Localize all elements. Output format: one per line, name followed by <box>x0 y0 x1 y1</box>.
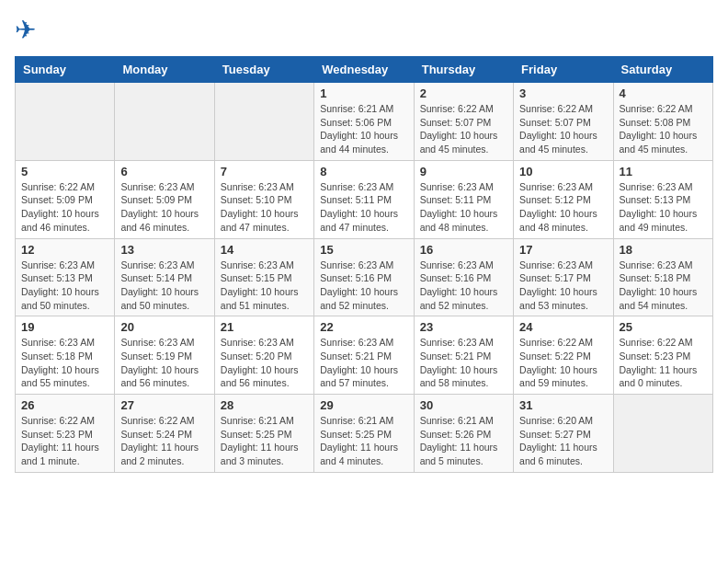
day-number: 9 <box>420 165 507 178</box>
calendar-cell: 6Sunrise: 6:23 AM Sunset: 5:09 PM Daylig… <box>115 160 214 238</box>
calendar-cell: 23Sunrise: 6:23 AM Sunset: 5:21 PM Dayli… <box>414 316 513 395</box>
day-info: Sunrise: 6:23 AM Sunset: 5:13 PM Dayligh… <box>620 180 707 235</box>
day-number: 5 <box>21 165 108 178</box>
day-number: 16 <box>420 243 507 257</box>
calendar-week-4: 19Sunrise: 6:23 AM Sunset: 5:18 PM Dayli… <box>16 316 713 395</box>
calendar-cell: 15Sunrise: 6:23 AM Sunset: 5:16 PM Dayli… <box>314 238 414 316</box>
calendar-cell: 1Sunrise: 6:21 AM Sunset: 5:06 PM Daylig… <box>314 83 414 161</box>
day-number: 11 <box>620 165 707 178</box>
calendar-cell: 2Sunrise: 6:22 AM Sunset: 5:07 PM Daylig… <box>414 83 513 161</box>
page-header: ✈ <box>15 15 713 45</box>
day-info: Sunrise: 6:23 AM Sunset: 5:10 PM Dayligh… <box>221 180 308 235</box>
day-number: 31 <box>519 398 607 412</box>
calendar-cell: 26Sunrise: 6:22 AM Sunset: 5:23 PM Dayli… <box>16 395 115 473</box>
day-info: Sunrise: 6:22 AM Sunset: 5:07 PM Dayligh… <box>420 102 507 156</box>
day-info: Sunrise: 6:23 AM Sunset: 5:19 PM Dayligh… <box>120 336 208 390</box>
day-info: Sunrise: 6:23 AM Sunset: 5:16 PM Dayligh… <box>420 259 507 313</box>
calendar-cell: 12Sunrise: 6:23 AM Sunset: 5:13 PM Dayli… <box>16 238 115 316</box>
day-header-thursday: Thursday <box>414 57 513 83</box>
day-number: 6 <box>120 165 208 178</box>
calendar-cell <box>16 83 115 161</box>
calendar-cell: 8Sunrise: 6:23 AM Sunset: 5:11 PM Daylig… <box>314 160 414 238</box>
calendar-table: SundayMondayTuesdayWednesdayThursdayFrid… <box>15 56 713 473</box>
day-info: Sunrise: 6:22 AM Sunset: 5:23 PM Dayligh… <box>620 336 707 390</box>
day-header-saturday: Saturday <box>613 57 712 83</box>
day-info: Sunrise: 6:23 AM Sunset: 5:12 PM Dayligh… <box>519 180 607 235</box>
day-info: Sunrise: 6:22 AM Sunset: 5:08 PM Dayligh… <box>620 102 707 156</box>
calendar-cell: 17Sunrise: 6:23 AM Sunset: 5:17 PM Dayli… <box>514 238 613 316</box>
day-number: 18 <box>620 243 707 257</box>
calendar-cell: 21Sunrise: 6:23 AM Sunset: 5:20 PM Dayli… <box>214 316 313 395</box>
calendar-cell: 10Sunrise: 6:23 AM Sunset: 5:12 PM Dayli… <box>514 160 613 238</box>
calendar-cell: 11Sunrise: 6:23 AM Sunset: 5:13 PM Dayli… <box>613 160 712 238</box>
day-info: Sunrise: 6:22 AM Sunset: 5:24 PM Dayligh… <box>120 414 208 468</box>
day-number: 24 <box>519 320 607 334</box>
day-number: 12 <box>21 243 108 257</box>
logo-bird-icon: ✈ <box>15 15 36 45</box>
calendar-week-5: 26Sunrise: 6:22 AM Sunset: 5:23 PM Dayli… <box>16 395 713 473</box>
day-info: Sunrise: 6:20 AM Sunset: 5:27 PM Dayligh… <box>519 414 607 468</box>
day-header-friday: Friday <box>514 57 613 83</box>
day-info: Sunrise: 6:21 AM Sunset: 5:25 PM Dayligh… <box>320 414 407 468</box>
day-number: 28 <box>221 398 308 412</box>
day-number: 10 <box>519 165 607 178</box>
day-number: 29 <box>320 398 407 412</box>
calendar-cell: 18Sunrise: 6:23 AM Sunset: 5:18 PM Dayli… <box>613 238 712 316</box>
day-header-wednesday: Wednesday <box>314 57 414 83</box>
day-number: 2 <box>420 86 507 100</box>
day-info: Sunrise: 6:22 AM Sunset: 5:23 PM Dayligh… <box>21 414 108 468</box>
calendar-cell: 31Sunrise: 6:20 AM Sunset: 5:27 PM Dayli… <box>514 395 613 473</box>
day-info: Sunrise: 6:23 AM Sunset: 5:15 PM Dayligh… <box>221 259 308 313</box>
calendar-cell: 28Sunrise: 6:21 AM Sunset: 5:25 PM Dayli… <box>214 395 313 473</box>
day-info: Sunrise: 6:23 AM Sunset: 5:20 PM Dayligh… <box>221 336 308 390</box>
calendar-cell: 22Sunrise: 6:23 AM Sunset: 5:21 PM Dayli… <box>314 316 414 395</box>
day-number: 17 <box>519 243 607 257</box>
day-number: 27 <box>120 398 208 412</box>
calendar-cell: 20Sunrise: 6:23 AM Sunset: 5:19 PM Dayli… <box>115 316 214 395</box>
day-info: Sunrise: 6:23 AM Sunset: 5:11 PM Dayligh… <box>320 180 407 235</box>
day-info: Sunrise: 6:22 AM Sunset: 5:09 PM Dayligh… <box>21 180 108 235</box>
calendar-cell <box>115 83 214 161</box>
day-info: Sunrise: 6:23 AM Sunset: 5:21 PM Dayligh… <box>420 336 507 390</box>
calendar-cell <box>613 395 712 473</box>
day-number: 20 <box>120 320 208 334</box>
calendar-cell <box>214 83 313 161</box>
day-number: 26 <box>21 398 108 412</box>
day-number: 3 <box>519 86 607 100</box>
day-info: Sunrise: 6:23 AM Sunset: 5:11 PM Dayligh… <box>420 180 507 235</box>
calendar-cell: 4Sunrise: 6:22 AM Sunset: 5:08 PM Daylig… <box>613 83 712 161</box>
calendar-week-3: 12Sunrise: 6:23 AM Sunset: 5:13 PM Dayli… <box>16 238 713 316</box>
day-number: 15 <box>320 243 407 257</box>
day-number: 19 <box>21 320 108 334</box>
day-header-monday: Monday <box>115 57 214 83</box>
logo: ✈ <box>15 15 38 45</box>
day-number: 8 <box>320 165 407 178</box>
day-info: Sunrise: 6:21 AM Sunset: 5:25 PM Dayligh… <box>221 414 308 468</box>
calendar-cell: 3Sunrise: 6:22 AM Sunset: 5:07 PM Daylig… <box>514 83 613 161</box>
day-info: Sunrise: 6:23 AM Sunset: 5:18 PM Dayligh… <box>620 259 707 313</box>
day-info: Sunrise: 6:23 AM Sunset: 5:09 PM Dayligh… <box>120 180 208 235</box>
calendar-cell: 9Sunrise: 6:23 AM Sunset: 5:11 PM Daylig… <box>414 160 513 238</box>
day-number: 14 <box>221 243 308 257</box>
calendar-header-row: SundayMondayTuesdayWednesdayThursdayFrid… <box>16 57 713 83</box>
day-info: Sunrise: 6:23 AM Sunset: 5:17 PM Dayligh… <box>519 259 607 313</box>
day-number: 30 <box>420 398 507 412</box>
calendar-cell: 25Sunrise: 6:22 AM Sunset: 5:23 PM Dayli… <box>613 316 712 395</box>
calendar-cell: 24Sunrise: 6:22 AM Sunset: 5:22 PM Dayli… <box>514 316 613 395</box>
calendar-cell: 30Sunrise: 6:21 AM Sunset: 5:26 PM Dayli… <box>414 395 513 473</box>
calendar-cell: 16Sunrise: 6:23 AM Sunset: 5:16 PM Dayli… <box>414 238 513 316</box>
calendar-cell: 19Sunrise: 6:23 AM Sunset: 5:18 PM Dayli… <box>16 316 115 395</box>
day-number: 7 <box>221 165 308 178</box>
day-info: Sunrise: 6:21 AM Sunset: 5:06 PM Dayligh… <box>320 102 407 156</box>
day-number: 4 <box>620 86 707 100</box>
calendar-week-1: 1Sunrise: 6:21 AM Sunset: 5:06 PM Daylig… <box>16 83 713 161</box>
calendar-cell: 29Sunrise: 6:21 AM Sunset: 5:25 PM Dayli… <box>314 395 414 473</box>
day-header-tuesday: Tuesday <box>214 57 313 83</box>
calendar-cell: 5Sunrise: 6:22 AM Sunset: 5:09 PM Daylig… <box>16 160 115 238</box>
day-number: 13 <box>120 243 208 257</box>
day-number: 25 <box>620 320 707 334</box>
calendar-cell: 7Sunrise: 6:23 AM Sunset: 5:10 PM Daylig… <box>214 160 313 238</box>
day-number: 22 <box>320 320 407 334</box>
day-info: Sunrise: 6:23 AM Sunset: 5:18 PM Dayligh… <box>21 336 108 390</box>
calendar-cell: 14Sunrise: 6:23 AM Sunset: 5:15 PM Dayli… <box>214 238 313 316</box>
